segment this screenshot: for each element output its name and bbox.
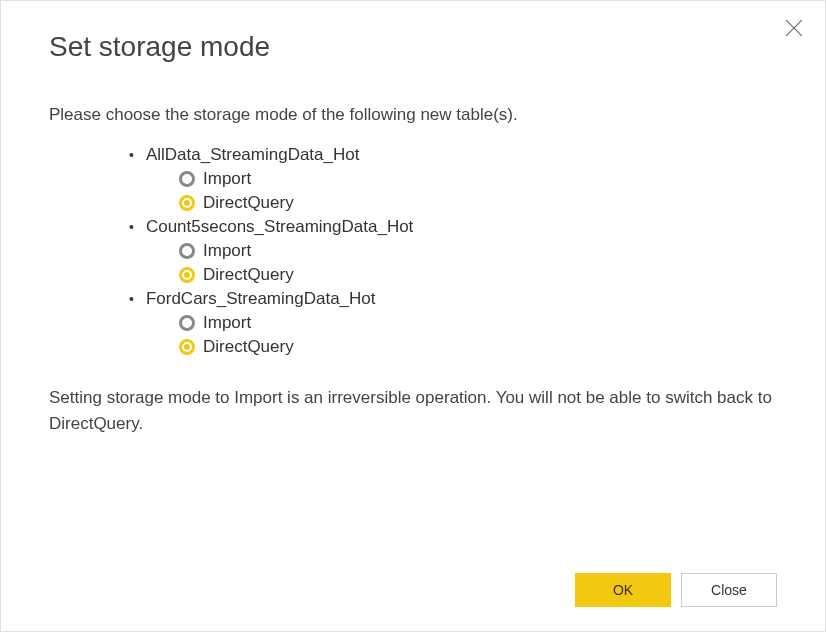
intro-text: Please choose the storage mode of the fo… [49,105,777,125]
warning-text: Setting storage mode to Import is an irr… [49,385,777,436]
button-row: OK Close [575,573,777,607]
list-item: • Count5secons_StreamingData_Hot [129,217,777,237]
table-item: • Count5secons_StreamingData_Hot Import … [129,217,777,285]
radio-import[interactable]: Import [179,169,777,189]
options-group: Import DirectQuery [179,169,777,213]
radio-label: DirectQuery [203,265,294,285]
bullet-icon: • [129,148,134,162]
radio-label: DirectQuery [203,193,294,213]
radio-import[interactable]: Import [179,313,777,333]
radio-icon [179,339,195,355]
radio-icon [179,171,195,187]
table-list: • AllData_StreamingData_Hot Import Direc… [129,145,777,357]
table-name: Count5secons_StreamingData_Hot [146,217,413,237]
options-group: Import DirectQuery [179,241,777,285]
radio-label: Import [203,241,251,261]
options-group: Import DirectQuery [179,313,777,357]
radio-label: Import [203,169,251,189]
radio-icon [179,315,195,331]
table-name: FordCars_StreamingData_Hot [146,289,376,309]
list-item: • FordCars_StreamingData_Hot [129,289,777,309]
table-name: AllData_StreamingData_Hot [146,145,360,165]
ok-button[interactable]: OK [575,573,671,607]
radio-icon [179,195,195,211]
radio-icon [179,267,195,283]
radio-icon [179,243,195,259]
dialog-title: Set storage mode [49,31,777,63]
radio-label: DirectQuery [203,337,294,357]
radio-label: Import [203,313,251,333]
close-button[interactable]: Close [681,573,777,607]
radio-directquery[interactable]: DirectQuery [179,265,777,285]
radio-directquery[interactable]: DirectQuery [179,193,777,213]
bullet-icon: • [129,220,134,234]
table-item: • FordCars_StreamingData_Hot Import Dire… [129,289,777,357]
radio-directquery[interactable]: DirectQuery [179,337,777,357]
storage-mode-dialog: Set storage mode Please choose the stora… [0,0,826,632]
list-item: • AllData_StreamingData_Hot [129,145,777,165]
close-icon[interactable] [785,19,803,37]
radio-import[interactable]: Import [179,241,777,261]
table-item: • AllData_StreamingData_Hot Import Direc… [129,145,777,213]
bullet-icon: • [129,292,134,306]
